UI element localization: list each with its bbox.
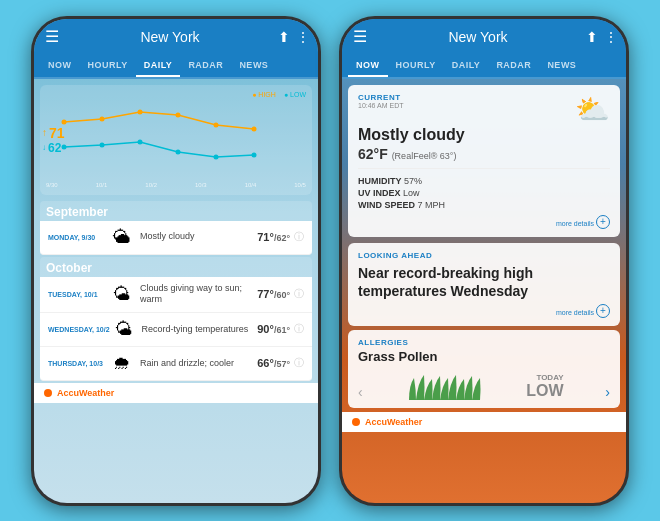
svg-point-8 — [138, 139, 143, 144]
temperature-chart: ● HIGH ● LOW ↑ 71 ↓ 62 — [40, 85, 312, 195]
day-row-oct1: TUESDAY, 10/1 🌤 Clouds giving way to sun… — [40, 277, 312, 313]
tab-news-left[interactable]: NEWS — [231, 55, 276, 77]
accu-dot-left — [44, 389, 52, 397]
allergies-label: ALLERGIES — [358, 338, 610, 347]
svg-point-5 — [252, 126, 257, 131]
day-desc-oct3: Rain and drizzle; cooler — [136, 358, 257, 370]
looking-ahead-section: LOOKING AHEAD Near record-breaking high … — [348, 243, 620, 326]
day-temps-oct3: 66°/57° — [257, 357, 290, 369]
tabs-right: NOW HOURLY DAILY RADAR NEWS — [342, 55, 626, 79]
current-label: CURRENT — [358, 93, 404, 102]
svg-point-1 — [100, 116, 105, 121]
today-level: LOW — [526, 382, 563, 400]
chart-svg — [54, 107, 274, 177]
info-icon-oct3[interactable]: ⓘ — [290, 356, 304, 370]
chart-temp-values: ↑ 71 ↓ 62 — [42, 125, 65, 155]
plus-icon-current[interactable]: + — [596, 215, 610, 229]
accu-footer-left: AccuWeather — [34, 383, 318, 403]
info-icon-oct1[interactable]: ⓘ — [290, 287, 304, 301]
uv-row: UV INDEX Low — [358, 187, 610, 199]
chart-low-temp: ↓ 62 — [42, 141, 65, 155]
current-temp: 62°F — [358, 146, 388, 162]
tab-daily-right[interactable]: DAILY — [444, 55, 489, 77]
looking-ahead-label: LOOKING AHEAD — [358, 251, 610, 260]
month-september: September — [40, 201, 312, 221]
day-icon-oct1: 🌤 — [108, 284, 136, 305]
accu-text-left: AccuWeather — [57, 388, 114, 398]
chart-legend: ● HIGH ● LOW — [46, 91, 306, 98]
month-october: October — [40, 257, 312, 277]
current-feels: (RealFeel® 63°) — [392, 151, 457, 161]
day-label-sep30: MONDAY, 9/30 — [48, 234, 108, 241]
svg-point-2 — [138, 109, 143, 114]
svg-point-9 — [176, 149, 181, 154]
day-icon-sep30: 🌥 — [108, 227, 136, 248]
current-condition: Mostly cloudy — [358, 126, 610, 144]
info-icon-oct2[interactable]: ⓘ — [290, 322, 304, 336]
svg-point-11 — [252, 152, 257, 157]
current-details: HUMIDITY 57% UV INDEX Low WIND SPEED 7 M… — [358, 168, 610, 211]
left-phone: ☰ New York ⬆ ⋮ NOW HOURLY DAILY RADAR NE… — [31, 16, 321, 506]
humidity-value: 57% — [404, 176, 422, 186]
info-icon-sep30[interactable]: ⓘ — [290, 230, 304, 244]
more-details-ahead[interactable]: more details + — [358, 304, 610, 318]
day-label-oct3: THURSDAY, 10/3 — [48, 360, 108, 367]
tab-hourly-right[interactable]: HOURLY — [388, 55, 444, 77]
day-row-oct2: WEDNESDAY, 10/2 🌤 Record-tying temperatu… — [40, 313, 312, 347]
header-title-left: New York — [62, 29, 278, 45]
day-desc-oct2: Record-tying temperatures — [138, 324, 258, 336]
day-label-oct2: WEDNESDAY, 10/2 — [48, 326, 110, 333]
legend-high: ● HIGH — [252, 91, 276, 98]
header-title-right: New York — [370, 29, 586, 45]
day-row-oct3: THURSDAY, 10/3 🌧 Rain and drizzle; coole… — [40, 347, 312, 381]
day-desc-oct1: Clouds giving way to sun; warm — [136, 283, 257, 306]
tab-radar-right[interactable]: RADAR — [488, 55, 539, 77]
legend-low: ● LOW — [284, 91, 306, 98]
allergies-section: ALLERGIES Grass Pollen ‹ — [348, 330, 620, 408]
day-icon-oct2: 🌤 — [110, 319, 138, 340]
svg-point-10 — [214, 154, 219, 159]
day-icon-oct3: 🌧 — [108, 353, 136, 374]
accu-footer-right: AccuWeather — [342, 412, 626, 432]
allergy-type: Grass Pollen — [358, 349, 610, 364]
menu-icon-right[interactable]: ☰ — [350, 27, 370, 46]
more-details-current[interactable]: more details + — [358, 215, 610, 229]
menu-icon[interactable]: ☰ — [42, 27, 62, 46]
humidity-row: HUMIDITY 57% — [358, 175, 610, 187]
tabs-left: NOW HOURLY DAILY RADAR NEWS — [34, 55, 318, 79]
svg-point-4 — [214, 122, 219, 127]
tab-now-right[interactable]: NOW — [348, 55, 388, 77]
svg-point-0 — [62, 119, 67, 124]
chart-high-temp: ↑ 71 — [42, 125, 65, 141]
app-header-left: ☰ New York ⬆ ⋮ — [34, 19, 318, 55]
wind-row: WIND SPEED 7 MPH — [358, 199, 610, 211]
today-label: TODAY — [526, 373, 563, 382]
svg-point-7 — [100, 142, 105, 147]
more-icon-right[interactable]: ⋮ — [604, 29, 618, 45]
nav-arrow-right[interactable]: › — [605, 384, 610, 400]
today-info: TODAY LOW — [526, 373, 563, 400]
plus-icon-ahead[interactable]: + — [596, 304, 610, 318]
current-section: CURRENT 10:46 AM EDT ⛅ Mostly cloudy 62°… — [348, 85, 620, 237]
grass-illustration — [404, 370, 484, 400]
day-temps-oct1: 77°/60° — [257, 288, 290, 300]
nav-arrow-left[interactable]: ‹ — [358, 384, 363, 400]
tab-daily-left[interactable]: DAILY — [136, 55, 181, 77]
day-row-sep30: MONDAY, 9/30 🌥 Mostly cloudy 71°/62° ⓘ — [40, 221, 312, 255]
share-icon-right[interactable]: ⬆ — [586, 29, 598, 45]
svg-point-3 — [176, 112, 181, 117]
tab-hourly-left[interactable]: HOURLY — [80, 55, 136, 77]
right-phone: ☰ New York ⬆ ⋮ NOW HOURLY DAILY RADAR NE… — [339, 16, 629, 506]
share-icon[interactable]: ⬆ — [278, 29, 290, 45]
chart-dates: 9/30 10/1 10/2 10/3 10/4 10/5 — [46, 182, 306, 188]
day-desc-sep30: Mostly cloudy — [136, 231, 257, 243]
tab-now-left[interactable]: NOW — [40, 55, 80, 77]
current-weather-icon: ⛅ — [575, 93, 610, 126]
tab-news-right[interactable]: NEWS — [539, 55, 584, 77]
more-icon[interactable]: ⋮ — [296, 29, 310, 45]
day-label-oct1: TUESDAY, 10/1 — [48, 291, 108, 298]
header-actions-left: ⬆ ⋮ — [278, 29, 310, 45]
day-temps-sep30: 71°/62° — [257, 231, 290, 243]
tab-radar-left[interactable]: RADAR — [180, 55, 231, 77]
day-temps-oct2: 90°/61° — [257, 323, 290, 335]
